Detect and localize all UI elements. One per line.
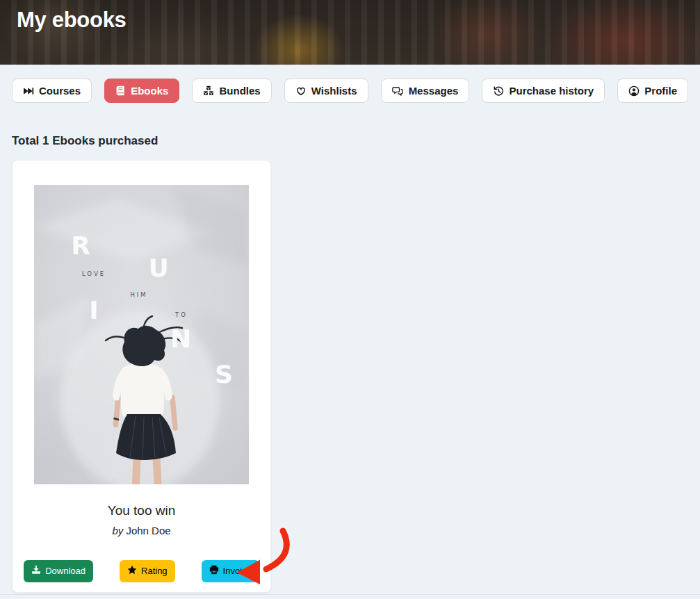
action-label: Download <box>45 566 86 577</box>
ebook-actions: Download Rating Invoice <box>13 560 270 582</box>
download-icon <box>31 565 41 577</box>
print-icon <box>209 565 219 577</box>
page-title: My ebooks <box>17 7 700 33</box>
user-circle-icon <box>628 85 640 97</box>
svg-text:N: N <box>170 325 191 353</box>
nav-button-purchase-history[interactable]: Purchase history <box>482 79 605 103</box>
ebook-card: LOVE HIM TO <box>12 160 271 593</box>
ebook-cover-image: LOVE HIM TO <box>34 185 249 484</box>
svg-text:LOVE: LOVE <box>82 270 106 277</box>
download-button[interactable]: Download <box>24 560 93 582</box>
nav-button-profile[interactable]: Profile <box>617 79 688 103</box>
svg-text:U: U <box>148 254 168 282</box>
history-icon <box>493 85 504 97</box>
svg-text:I: I <box>89 296 98 325</box>
nav-label: Purchase history <box>509 85 594 97</box>
nav-label: Profile <box>644 85 677 97</box>
nav-button-messages[interactable]: Messages <box>381 79 470 103</box>
author-name: John Doe <box>126 525 170 536</box>
nav-button-ebooks[interactable]: Ebooks <box>104 79 179 103</box>
footer-divider <box>0 594 700 595</box>
comments-icon <box>392 85 404 97</box>
nav-label: Ebooks <box>131 85 168 97</box>
forward-fast-icon <box>23 85 34 97</box>
action-label: Rating <box>141 566 168 577</box>
svg-text:S: S <box>215 360 233 388</box>
account-nav: Courses Ebooks Bundles Wishlists Message <box>12 79 688 103</box>
nav-label: Wishlists <box>311 85 357 97</box>
book-icon <box>115 85 126 96</box>
ebook-title: You too win <box>13 502 270 519</box>
cubes-icon <box>203 85 214 97</box>
page-header-banner: My ebooks <box>0 0 700 65</box>
rating-button[interactable]: Rating <box>120 560 175 582</box>
invoice-button[interactable]: Invoice <box>202 560 259 582</box>
nav-button-wishlists[interactable]: Wishlists <box>284 79 368 103</box>
nav-button-bundles[interactable]: Bundles <box>192 79 271 103</box>
nav-label: Courses <box>39 85 81 97</box>
action-label: Invoice <box>223 566 252 577</box>
nav-button-courses[interactable]: Courses <box>12 79 92 103</box>
svg-text:R: R <box>71 231 90 260</box>
author-prefix: by <box>112 525 123 536</box>
heart-icon <box>295 85 307 97</box>
nav-label: Messages <box>409 85 459 97</box>
svg-text:HIM: HIM <box>130 291 147 298</box>
purchase-summary-text: Total 1 Ebooks purchased <box>12 134 688 148</box>
star-icon <box>127 565 137 577</box>
ebook-author: by John Doe <box>13 524 270 538</box>
nav-label: Bundles <box>219 85 260 97</box>
svg-text:TO: TO <box>174 311 188 318</box>
